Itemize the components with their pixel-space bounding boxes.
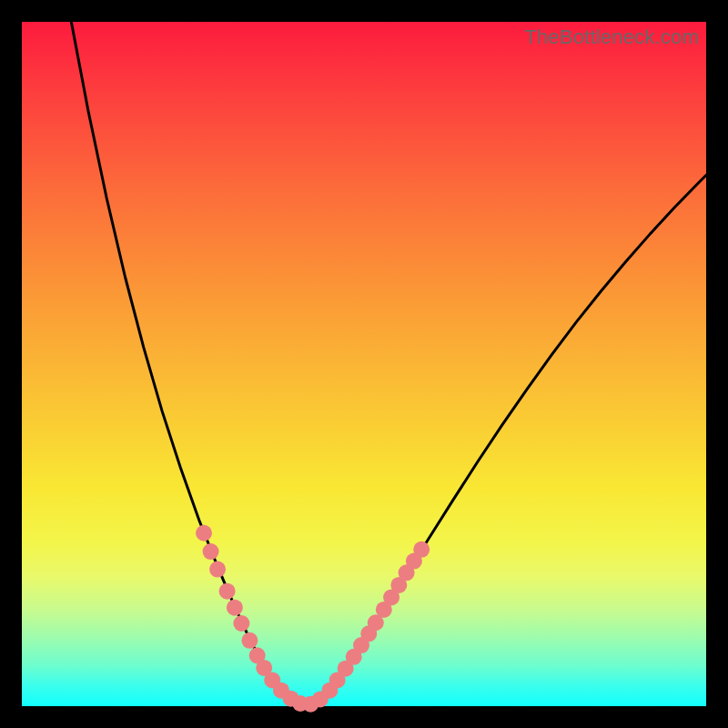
- series-left-branch: [70, 14, 266, 669]
- chart-svg: [22, 22, 706, 706]
- chart-frame: TheBottleneck.com: [0, 0, 728, 728]
- watermark-text: TheBottleneck.com: [524, 25, 699, 49]
- dot-markers: [196, 525, 430, 713]
- dot-left-arm-dots: [227, 600, 243, 616]
- dot-left-arm-dots: [233, 615, 249, 632]
- dot-left-arm-dots: [209, 561, 226, 578]
- dot-left-arm-dots: [203, 543, 219, 560]
- dot-right-arm-dots: [413, 541, 430, 558]
- dot-left-arm-dots: [219, 583, 236, 600]
- dot-left-arm-dots: [241, 632, 258, 649]
- dot-left-arm-dots: [196, 525, 212, 541]
- plot-area: TheBottleneck.com: [22, 22, 706, 706]
